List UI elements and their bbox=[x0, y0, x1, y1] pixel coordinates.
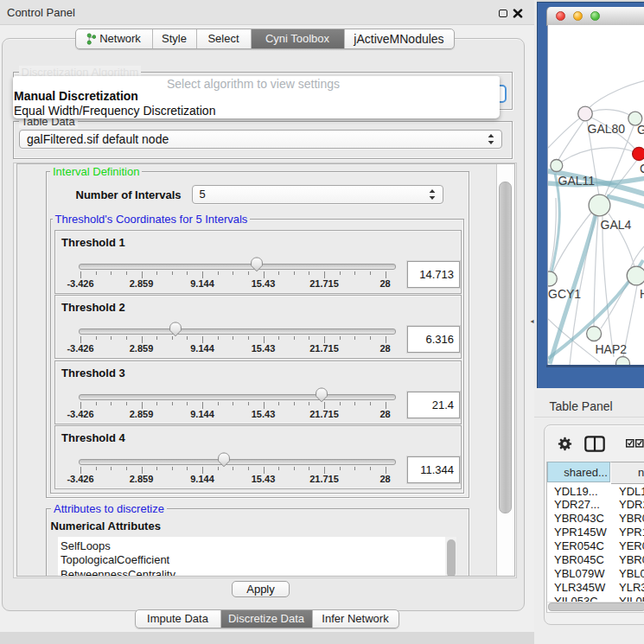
svg-text:HAP2: HAP2 bbox=[595, 342, 627, 356]
svg-text:GAL4: GAL4 bbox=[600, 218, 631, 232]
svg-text:GAL11: GAL11 bbox=[558, 174, 595, 188]
svg-text:GA: GA bbox=[637, 123, 644, 137]
svg-text:GAL80: GAL80 bbox=[587, 121, 625, 135]
svg-text:C: C bbox=[640, 161, 644, 175]
svg-text:GCY1: GCY1 bbox=[548, 287, 581, 301]
svg-text:H: H bbox=[640, 286, 644, 300]
